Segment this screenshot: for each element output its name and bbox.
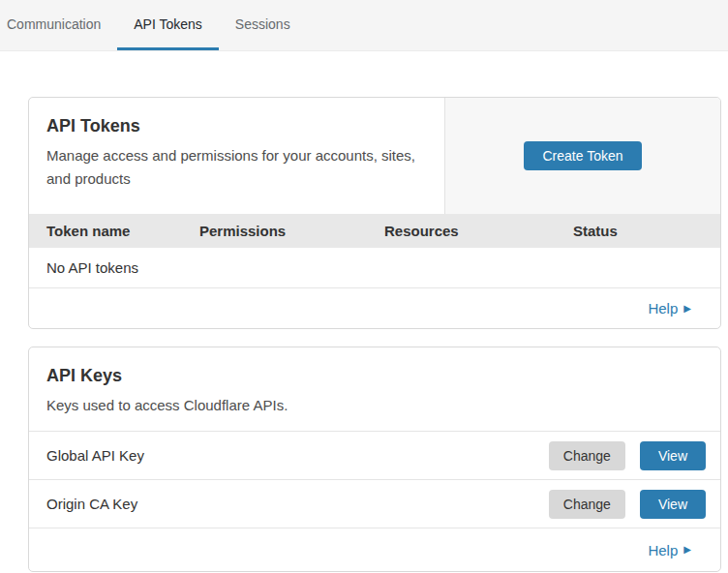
api-tokens-card-action-panel: Create Token — [445, 98, 720, 214]
tokens-column-status: Status — [573, 223, 720, 239]
api-tokens-title: API Tokens — [46, 113, 425, 138]
api-tokens-card-header: API Tokens Manage access and permissions… — [29, 98, 720, 214]
api-keys-help-link[interactable]: Help ▶ — [648, 542, 691, 558]
api-keys-description: Keys used to access Cloudflare APIs. — [46, 394, 703, 417]
help-link-label: Help — [648, 300, 678, 317]
tab-sessions[interactable]: Sessions — [219, 0, 307, 50]
change-origin-ca-key-button[interactable]: Change — [549, 490, 625, 519]
change-global-api-key-button[interactable]: Change — [549, 441, 625, 470]
tokens-empty-message: No API tokens — [46, 259, 138, 276]
view-global-api-key-button[interactable]: View — [640, 441, 706, 470]
settings-tab-bar: Communication API Tokens Sessions — [0, 0, 728, 51]
tab-communication[interactable]: Communication — [0, 0, 117, 50]
api-tokens-card: API Tokens Manage access and permissions… — [28, 97, 721, 329]
key-row-global-api-key: Global API Key Change View — [29, 432, 720, 480]
tokens-table-header: Token name Permissions Resources Status — [29, 214, 720, 248]
api-keys-title: API Keys — [46, 363, 703, 388]
api-tokens-description: Manage access and permissions for your a… — [46, 144, 425, 191]
api-tokens-help-row: Help ▶ — [29, 288, 720, 328]
api-tokens-card-header-text: API Tokens Manage access and permissions… — [29, 98, 445, 214]
tokens-column-token-name: Token name — [46, 223, 199, 239]
help-arrow-icon: ▶ — [683, 545, 691, 555]
key-name-label: Global API Key — [46, 447, 549, 464]
help-arrow-icon: ▶ — [683, 304, 691, 314]
create-token-button[interactable]: Create Token — [524, 141, 641, 170]
api-keys-card-header: API Keys Keys used to access Cloudflare … — [29, 347, 720, 432]
key-name-label: Origin CA Key — [46, 496, 549, 512]
api-tokens-help-link[interactable]: Help ▶ — [648, 300, 691, 317]
api-keys-card: API Keys Keys used to access Cloudflare … — [28, 347, 721, 572]
view-origin-ca-key-button[interactable]: View — [640, 490, 706, 519]
api-keys-help-row: Help ▶ — [29, 528, 720, 571]
tokens-empty-state: No API tokens — [29, 248, 720, 288]
key-row-origin-ca-key: Origin CA Key Change View — [29, 480, 720, 528]
tokens-column-permissions: Permissions — [199, 223, 384, 239]
tab-api-tokens[interactable]: API Tokens — [117, 0, 219, 50]
help-link-label: Help — [648, 542, 678, 558]
main-content: API Tokens Manage access and permissions… — [0, 51, 728, 572]
tokens-column-resources: Resources — [384, 223, 573, 239]
